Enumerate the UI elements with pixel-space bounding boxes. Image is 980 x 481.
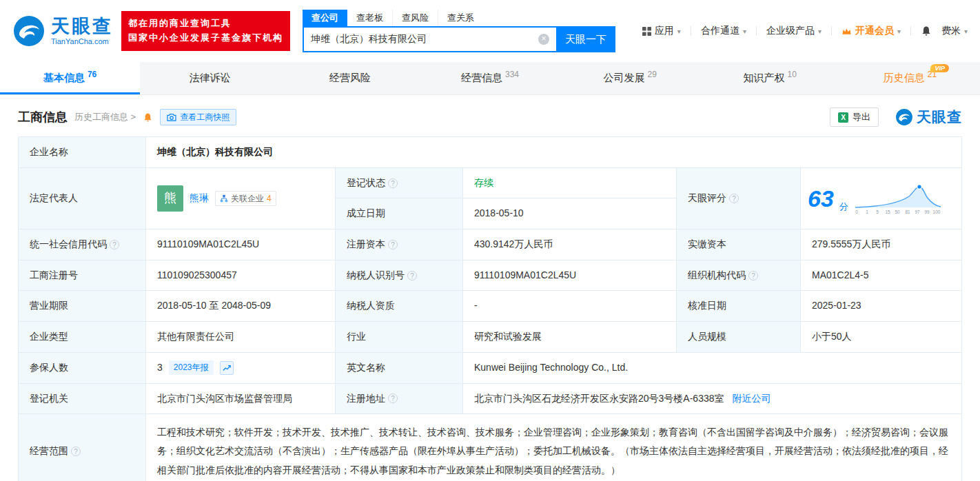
company-name-label: 企业名称 xyxy=(19,137,146,168)
excel-icon: X xyxy=(838,112,848,123)
tab-operating-risk[interactable]: 经营风险 xyxy=(280,62,420,94)
help-icon[interactable]: ? xyxy=(388,393,398,403)
tab-intellectual-property-label: 知识产权 xyxy=(744,72,785,85)
nav-open-vip[interactable]: 开通会员 ▾ xyxy=(841,25,901,37)
related-companies-count: 4 xyxy=(267,192,272,205)
tyc-score-value: 63 分 0 1 5 15 50 81 97 99 100 xyxy=(801,167,962,229)
search-tab-boss[interactable]: 查老板 xyxy=(347,10,393,26)
business-info-table: 企业名称 坤维（北京）科技有限公司 法定代表人 熊 熊琳 关联企业 4 xyxy=(18,136,962,481)
search-input[interactable] xyxy=(303,26,556,52)
reg-status-value: 存续 xyxy=(463,167,677,198)
score-unit: 分 xyxy=(839,200,848,214)
insured-count-label: 参保人数 xyxy=(19,352,146,383)
nav-notifications[interactable] xyxy=(921,25,932,37)
related-companies-badge[interactable]: 关联企业 4 xyxy=(215,191,276,207)
table-row: 企业类型 其他有限责任公司 行业 研究和试验发展 人员规模 小于50人 xyxy=(19,322,962,353)
help-icon[interactable]: ? xyxy=(388,240,398,249)
tyc-score-label: 天眼评分? xyxy=(677,167,801,229)
tab-legal-proceedings[interactable]: 法律诉讼 xyxy=(140,62,280,94)
tab-company-development[interactable]: 公司发展 29 xyxy=(560,62,700,94)
paid-capital-value: 279.5555万人民币 xyxy=(801,229,962,260)
table-row: 法定代表人 熊 熊琳 关联企业 4 登记状态? 存续 天眼评分? xyxy=(19,167,962,198)
svg-text:5: 5 xyxy=(876,209,879,214)
org-code-value: MA01C2L4-5 xyxy=(801,260,962,291)
legal-rep-avatar[interactable]: 熊 xyxy=(157,185,183,212)
approval-date-value: 2025-01-23 xyxy=(801,291,962,322)
tianyancha-logo[interactable]: 天眼查 TianYanCha.com xyxy=(12,14,113,48)
reg-capital-value: 430.9142万人民币 xyxy=(463,229,677,260)
nav-user[interactable]: 费米 ▾ xyxy=(941,25,968,37)
help-icon[interactable]: ? xyxy=(748,271,758,280)
score-number: 63 xyxy=(808,187,834,210)
legal-rep-name-link[interactable]: 熊琳 xyxy=(190,191,209,206)
taxpayer-quality-value: - xyxy=(463,291,677,322)
chevron-down-icon: ▾ xyxy=(743,28,746,35)
help-icon[interactable]: ? xyxy=(729,194,739,203)
search-tab-risk[interactable]: 查风险 xyxy=(393,10,438,26)
staff-size-value: 小于50人 xyxy=(801,322,962,353)
nav-partner[interactable]: 合作通道 ▾ xyxy=(701,25,746,37)
help-icon[interactable]: ? xyxy=(407,271,417,280)
nav-apps[interactable]: 应用 ▾ xyxy=(642,25,681,37)
insured-count-value: 3 2023年报 xyxy=(146,352,336,383)
chevron-down-icon: ▾ xyxy=(677,28,681,35)
export-button[interactable]: X 导出 xyxy=(830,108,879,127)
establish-date-value: 2018-05-10 xyxy=(463,198,677,229)
company-name-value: 坤维（北京）科技有限公司 xyxy=(146,137,962,168)
svg-text:0: 0 xyxy=(855,209,858,214)
svg-text:1: 1 xyxy=(866,209,868,214)
help-icon[interactable]: ? xyxy=(110,240,119,249)
business-snapshot-button[interactable]: 查看工商快照 xyxy=(160,109,236,125)
bell-icon xyxy=(921,25,932,37)
tab-basic-info-label: 基本信息 xyxy=(43,72,85,85)
help-icon[interactable]: ? xyxy=(71,447,81,456)
watermark-logo-icon xyxy=(895,108,913,126)
tab-basic-info[interactable]: 基本信息 76 xyxy=(0,62,140,94)
table-row: 企业名称 坤维（北京）科技有限公司 xyxy=(19,137,962,168)
divider xyxy=(831,26,832,36)
trend-chart-icon xyxy=(223,364,231,372)
reg-address-value: 北京市门头沟区石龙经济开发区永安路20号3号楼A-6338室 附近公司 xyxy=(463,383,962,414)
insured-trend-button[interactable] xyxy=(220,361,234,375)
nav-enterprise[interactable]: 企业级产品 ▾ xyxy=(766,25,821,37)
chevron-down-icon: ▾ xyxy=(964,28,968,35)
history-business-info-link[interactable]: 历史工商信息 > xyxy=(74,111,136,123)
nav-user-label: 费米 xyxy=(941,25,961,37)
business-scope-value: 工程和技术研究；软件开发；技术开发、技术推广、技术转让、技术咨询、技术服务；企业… xyxy=(146,414,962,481)
credit-code-label: 统一社会信用代码? xyxy=(19,229,146,260)
help-icon[interactable]: ? xyxy=(388,178,398,188)
divider xyxy=(910,26,911,36)
svg-text:50: 50 xyxy=(895,209,900,214)
insured-count-number: 3 xyxy=(157,360,163,376)
svg-text:100: 100 xyxy=(932,209,940,214)
section-header: 工商信息 历史工商信息 > 查看工商快照 X 导出 天眼查 xyxy=(0,95,980,135)
tab-history-info[interactable]: VIP 历史信息 21 xyxy=(840,62,980,94)
slogan-banner: 都在用的商业查询工具 国家中小企业发展子基金旗下机构 xyxy=(121,11,290,51)
business-term-label: 营业期限 xyxy=(19,291,146,322)
search-tab-company[interactable]: 查公司 xyxy=(303,10,347,26)
legal-rep-value: 熊 熊琳 关联企业 4 xyxy=(146,167,336,229)
svg-text:97: 97 xyxy=(915,209,920,214)
staff-size-label: 人员规模 xyxy=(677,322,801,353)
divider xyxy=(691,26,691,36)
logo-brand-text: 天眼查 xyxy=(51,17,113,37)
english-name-value: Kunwei Beijing Technology Co., Ltd. xyxy=(463,352,962,383)
table-row: 登记机关 北京市门头沟区市场监督管理局 注册地址? 北京市门头沟区石龙经济开发区… xyxy=(19,383,962,414)
reg-capital-label: 注册资本? xyxy=(336,229,463,260)
business-term-value: 2018-05-10 至 2048-05-09 xyxy=(146,291,336,322)
tianyancha-logo-icon xyxy=(12,14,45,48)
reg-number-value: 110109025300457 xyxy=(146,260,336,291)
tab-operating-info-label: 经营信息 xyxy=(461,72,502,85)
chevron-down-icon: ▾ xyxy=(818,28,821,35)
tab-intellectual-property[interactable]: 知识产权 10 xyxy=(700,62,840,94)
search-tab-relation[interactable]: 查关系 xyxy=(438,10,483,26)
svg-text:99: 99 xyxy=(924,209,930,214)
annual-report-link[interactable]: 2023年报 xyxy=(169,360,214,375)
search-button[interactable]: 天眼一下 xyxy=(556,26,615,52)
watermark-text: 天眼查 xyxy=(917,108,962,127)
tab-operating-info[interactable]: 经营信息 334 xyxy=(420,62,560,94)
clear-search-icon[interactable]: × xyxy=(538,34,549,45)
chevron-down-icon: ▾ xyxy=(897,28,901,35)
reminder-bell-button[interactable] xyxy=(143,112,153,123)
nearby-companies-link[interactable]: 附近公司 xyxy=(732,393,770,404)
